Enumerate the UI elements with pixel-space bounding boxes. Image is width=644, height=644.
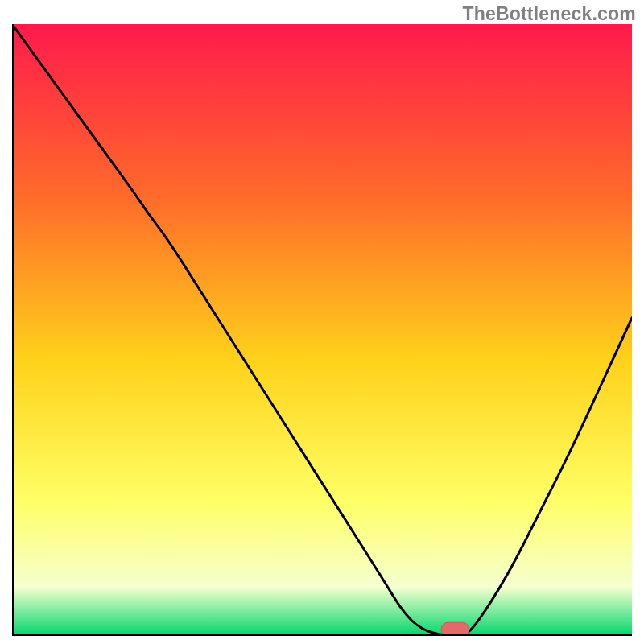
plot-svg bbox=[12, 24, 632, 636]
watermark-text: TheBottleneck.com bbox=[462, 3, 636, 25]
gradient-background bbox=[12, 24, 632, 636]
chart-frame: TheBottleneck.com bbox=[0, 0, 644, 644]
plot-area bbox=[12, 24, 632, 636]
x-axis bbox=[12, 634, 632, 636]
y-axis bbox=[12, 24, 14, 636]
